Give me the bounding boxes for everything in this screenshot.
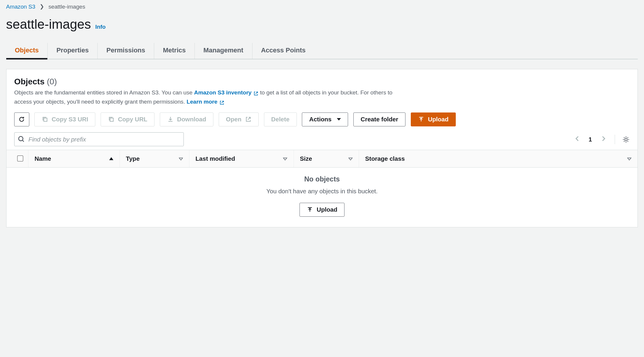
sort-icon	[348, 157, 353, 161]
learn-more-label: Learn more	[187, 97, 218, 107]
page-next-button[interactable]	[599, 134, 608, 145]
actions-label: Actions	[309, 116, 331, 123]
svg-point-3	[625, 138, 627, 141]
create-folder-button[interactable]: Create folder	[353, 112, 405, 126]
col-type[interactable]: Type	[120, 150, 189, 167]
select-all-checkbox[interactable]	[17, 155, 24, 162]
col-name[interactable]: Name	[28, 150, 120, 167]
inventory-link-label: Amazon S3 inventory	[194, 88, 252, 97]
chevron-right-icon: ❯	[40, 4, 44, 10]
objects-panel: Objects (0) Objects are the fundamental …	[6, 69, 638, 227]
svg-rect-0	[44, 118, 47, 121]
breadcrumb-root[interactable]: Amazon S3	[6, 4, 36, 10]
actions-dropdown[interactable]: Actions	[302, 112, 348, 126]
refresh-icon	[18, 116, 25, 123]
upload-button[interactable]: Upload	[411, 112, 456, 126]
delete-label: Delete	[271, 116, 289, 123]
chevron-down-icon	[337, 118, 341, 120]
page-number: 1	[589, 136, 592, 143]
search-wrapper	[14, 132, 184, 146]
breadcrumb-bucket: seattle-images	[49, 4, 85, 10]
inventory-link[interactable]: Amazon S3 inventory	[194, 88, 259, 97]
tab-management[interactable]: Management	[194, 43, 252, 59]
sort-icon	[627, 157, 632, 161]
search-input[interactable]	[14, 132, 184, 146]
info-link[interactable]: Info	[95, 24, 106, 30]
refresh-button[interactable]	[14, 112, 29, 126]
table-header: Name Type Last modified Size Storage cla…	[7, 150, 638, 168]
copy-s3-uri-label: Copy S3 URI	[51, 116, 88, 123]
empty-subtitle: You don't have any objects in this bucke…	[7, 188, 638, 195]
page-title: seattle-images	[6, 17, 91, 32]
copy-s3-uri-button[interactable]: Copy S3 URI	[34, 112, 95, 126]
separator	[615, 135, 615, 144]
learn-more-link[interactable]: Learn more	[187, 97, 225, 107]
copy-url-label: Copy URL	[118, 116, 147, 123]
download-button[interactable]: Download	[160, 112, 213, 126]
gear-icon[interactable]	[622, 136, 630, 143]
copy-icon	[108, 116, 115, 123]
chevron-left-icon	[575, 136, 580, 142]
external-link-icon	[253, 91, 259, 96]
col-storage-class[interactable]: Storage class	[359, 150, 637, 167]
download-icon	[167, 116, 174, 123]
tabs: Objects Properties Permissions Metrics M…	[6, 43, 638, 59]
breadcrumb: Amazon S3 ❯ seattle-images	[6, 3, 638, 15]
col-modified-label: Last modified	[196, 155, 235, 162]
tab-access-points[interactable]: Access Points	[252, 43, 315, 59]
tab-metrics[interactable]: Metrics	[154, 43, 194, 59]
chevron-right-icon	[601, 136, 606, 142]
empty-upload-label: Upload	[317, 206, 337, 213]
col-storage-class-label: Storage class	[365, 155, 405, 162]
tab-properties[interactable]: Properties	[47, 43, 97, 59]
sort-icon	[283, 157, 287, 161]
upload-icon	[418, 116, 424, 123]
empty-state: No objects You don't have any objects in…	[7, 168, 638, 227]
delete-button[interactable]: Delete	[264, 112, 297, 126]
col-size[interactable]: Size	[294, 150, 359, 167]
open-label: Open	[226, 116, 242, 123]
panel-desc-pre: Objects are the fundamental entities sto…	[14, 89, 194, 96]
copy-url-button[interactable]: Copy URL	[101, 112, 154, 126]
sort-asc-icon	[109, 157, 113, 160]
external-link-icon	[219, 100, 225, 105]
svg-rect-1	[110, 118, 113, 121]
download-label: Download	[177, 116, 206, 123]
empty-upload-button[interactable]: Upload	[300, 203, 345, 217]
empty-title: No objects	[7, 175, 638, 183]
col-name-label: Name	[35, 155, 51, 162]
search-icon	[18, 136, 25, 143]
open-button[interactable]: Open	[219, 112, 259, 126]
tab-permissions[interactable]: Permissions	[97, 43, 154, 59]
svg-point-2	[19, 136, 23, 141]
panel-description: Objects are the fundamental entities sto…	[14, 88, 406, 106]
external-link-icon	[245, 116, 252, 123]
col-size-label: Size	[300, 155, 312, 162]
page-prev-button[interactable]	[573, 134, 582, 145]
panel-count: (0)	[47, 77, 57, 86]
col-last-modified[interactable]: Last modified	[189, 150, 294, 167]
upload-icon	[307, 206, 313, 213]
upload-label: Upload	[428, 116, 449, 123]
sort-icon	[179, 157, 183, 161]
col-type-label: Type	[126, 155, 140, 162]
copy-icon	[42, 116, 48, 123]
tab-objects[interactable]: Objects	[6, 43, 48, 59]
create-folder-label: Create folder	[361, 116, 398, 123]
panel-heading: Objects	[14, 77, 44, 86]
